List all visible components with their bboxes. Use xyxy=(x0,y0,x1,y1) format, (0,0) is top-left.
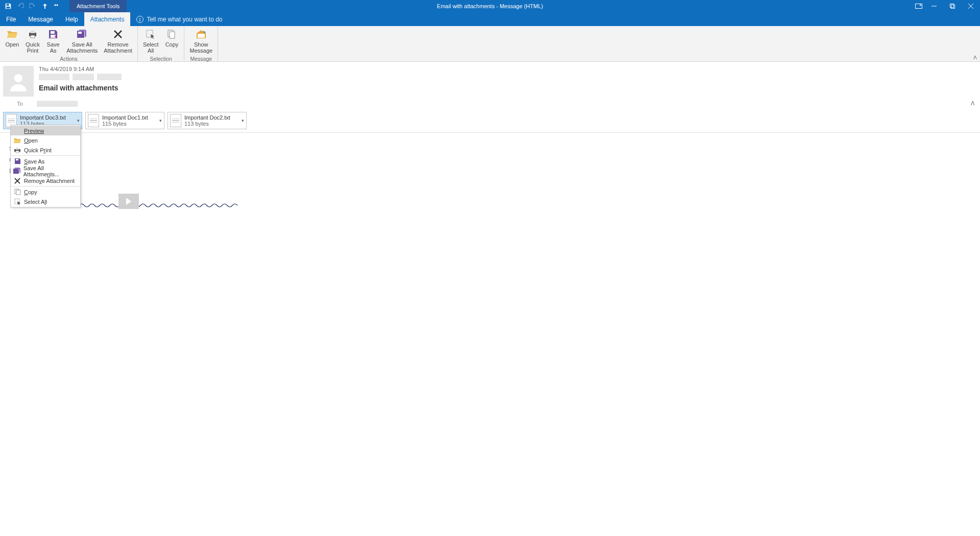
label: Save All Attachments xyxy=(66,41,98,54)
upload-arrow-icon[interactable] xyxy=(40,1,50,11)
svg-rect-17 xyxy=(16,148,19,150)
to-row: To xyxy=(3,101,975,107)
ctx-preview[interactable]: Preview xyxy=(11,126,80,135)
copy-icon xyxy=(13,188,22,196)
body-text-fragment: Se xyxy=(9,145,971,152)
collapse-header-button[interactable]: ᐱ xyxy=(971,100,975,107)
separator xyxy=(11,186,80,187)
message-date: Thu 4/4/2019 9:14 AM xyxy=(39,66,975,72)
tab-help[interactable]: Help xyxy=(59,12,84,26)
label: Copy xyxy=(165,41,179,48)
attachment-size: 113 bytes xyxy=(184,121,230,127)
contextual-tab-label: Attachment Tools xyxy=(69,0,127,12)
chevron-down-icon[interactable]: ▾ xyxy=(158,117,163,124)
svg-rect-14 xyxy=(170,32,175,38)
play-button[interactable] xyxy=(118,194,139,209)
svg-rect-4 xyxy=(950,4,954,8)
open-button[interactable]: Open xyxy=(2,27,22,55)
fade-overlay xyxy=(0,393,980,536)
wavy-separator xyxy=(79,199,237,212)
ribbon-group-selection: Select All Copy Selection xyxy=(138,26,185,61)
save-all-button[interactable]: Save All Attachments xyxy=(63,27,101,55)
ctx-open[interactable]: Open xyxy=(11,135,80,145)
select-all-icon xyxy=(13,198,22,206)
attachment-card[interactable]: Important Doc2.txt 113 bytes ▾ xyxy=(168,112,247,129)
ctx-remove[interactable]: Remove Attachment xyxy=(11,176,80,185)
svg-rect-7 xyxy=(31,31,35,33)
save-as-icon xyxy=(13,157,22,166)
svg-point-15 xyxy=(14,74,22,82)
menu-tabs: File Message Help Attachments Tell me wh… xyxy=(0,12,980,26)
select-all-button[interactable]: Select All xyxy=(140,27,162,55)
ctx-copy[interactable]: Copy xyxy=(11,187,80,197)
label: Open xyxy=(6,41,19,48)
svg-rect-0 xyxy=(7,4,9,6)
svg-rect-21 xyxy=(16,190,20,195)
to-label: To xyxy=(3,101,37,107)
folder-open-icon xyxy=(6,28,18,40)
save-all-icon xyxy=(76,28,88,40)
tab-message[interactable]: Message xyxy=(22,12,59,26)
minimize-button[interactable] xyxy=(925,0,943,12)
ribbon-collapse-button[interactable]: ᐱ xyxy=(973,55,977,60)
attachment-context-menu: Preview Open Quick Print Save As Save Al… xyxy=(10,125,81,207)
remove-x-icon xyxy=(112,28,124,40)
show-message-button[interactable]: Show Message xyxy=(186,27,216,55)
ctx-save-all[interactable]: Save All Attachments... xyxy=(11,166,80,176)
svg-rect-3 xyxy=(920,5,921,6)
maximize-button[interactable] xyxy=(943,0,962,12)
sender-name xyxy=(39,74,975,81)
printer-icon xyxy=(13,146,22,154)
display-settings-icon[interactable] xyxy=(913,0,925,12)
attachment-name: Important Doc3.txt xyxy=(20,114,66,121)
text-file-icon xyxy=(170,114,181,127)
copy-icon xyxy=(165,28,178,40)
close-button[interactable] xyxy=(962,0,980,12)
svg-rect-19 xyxy=(16,159,18,160)
tell-me-search[interactable]: Tell me what you want to do xyxy=(130,12,228,26)
window-controls xyxy=(913,0,980,12)
remove-x-icon xyxy=(13,177,22,185)
tab-file[interactable]: File xyxy=(0,12,22,26)
body-text-fragment: Cl xyxy=(9,156,971,164)
title-bar: Attachment Tools Email with attachments … xyxy=(0,0,980,12)
svg-rect-9 xyxy=(51,31,55,34)
quick-print-button[interactable]: Quick Print xyxy=(22,27,43,55)
lbl: pen xyxy=(29,137,38,144)
label: Save As xyxy=(47,41,60,54)
label: Select All xyxy=(143,41,159,54)
more-icon[interactable] xyxy=(52,1,62,11)
undo-icon[interactable] xyxy=(15,1,26,11)
chevron-down-icon[interactable]: ▾ xyxy=(76,117,81,124)
label: Show Message xyxy=(189,41,212,54)
ribbon: Open Quick Print Save As Save All Attach… xyxy=(0,26,980,62)
remove-attachment-button[interactable]: Remove Attachment xyxy=(101,27,135,55)
label: Quick Print xyxy=(26,41,40,54)
chevron-down-icon[interactable]: ▾ xyxy=(241,117,245,124)
message-header: Thu 4/4/2019 9:14 AM Email with attachme… xyxy=(0,62,980,109)
save-as-button[interactable]: Save As xyxy=(43,27,63,55)
select-all-icon xyxy=(145,28,157,40)
svg-rect-18 xyxy=(16,151,19,153)
copy-button[interactable]: Copy xyxy=(161,27,182,55)
tab-attachments[interactable]: Attachments xyxy=(84,12,131,26)
sender-avatar xyxy=(3,66,34,97)
attachment-name: Important Doc1.txt xyxy=(102,114,148,121)
svg-rect-5 xyxy=(951,5,955,9)
body-text-fragment: Li xyxy=(9,168,971,175)
text-file-icon xyxy=(88,114,99,127)
printer-icon xyxy=(27,28,39,40)
envelope-open-icon xyxy=(195,28,207,40)
quick-access-toolbar xyxy=(0,1,65,11)
tell-me-label: Tell me what you want to do xyxy=(147,16,222,23)
ribbon-group-actions: Open Quick Print Save As Save All Attach… xyxy=(0,26,138,61)
folder-open-icon xyxy=(13,136,22,145)
message-subject: Email with attachments xyxy=(39,84,975,92)
ctx-select-all[interactable]: Select All xyxy=(11,197,80,206)
window-title: Email with attachments - Message (HTML) xyxy=(437,3,543,9)
ctx-quick-print[interactable]: Quick Print xyxy=(11,145,80,155)
attachment-card[interactable]: Important Doc1.txt 115 bytes ▾ xyxy=(85,112,164,129)
save-icon[interactable] xyxy=(3,1,13,11)
redo-icon[interactable] xyxy=(28,1,38,11)
save-all-icon xyxy=(13,167,21,175)
